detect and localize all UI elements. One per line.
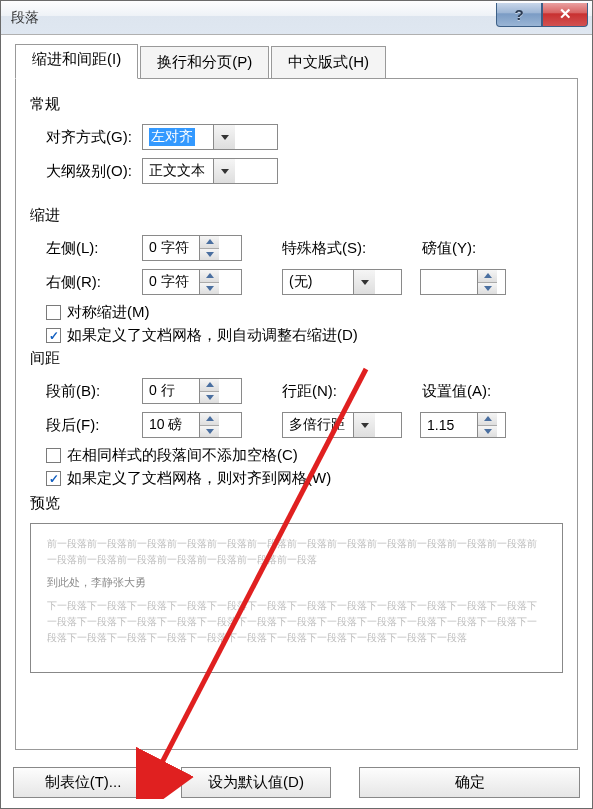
dialog-body: 缩进和间距(I) 换行和分页(P) 中文版式(H) 常规 对齐方式(G): 左对… <box>1 35 592 808</box>
at-spinner[interactable]: 1.15 <box>420 412 506 438</box>
chevron-down-icon <box>484 286 492 291</box>
checkbox-box <box>46 305 61 320</box>
chevron-down-icon <box>206 429 214 434</box>
spin-up-button[interactable] <box>200 379 219 391</box>
chevron-up-icon <box>206 416 214 421</box>
chevron-up-icon <box>206 239 214 244</box>
special-value: (无) <box>283 270 353 294</box>
before-spinner[interactable]: 0 行 <box>142 378 242 404</box>
no-space-same-style-checkbox[interactable]: 在相同样式的段落间不添加空格(C) <box>46 446 563 465</box>
by-spinner[interactable] <box>420 269 506 295</box>
checkbox-box: ✓ <box>46 328 61 343</box>
after-value: 10 磅 <box>143 413 199 437</box>
right-indent-spinner[interactable]: 0 字符 <box>142 269 242 295</box>
chevron-down-icon <box>361 280 369 285</box>
chevron-up-icon <box>206 382 214 387</box>
dropdown-button[interactable] <box>353 270 375 294</box>
button-label: 设为默认值(D) <box>208 773 304 790</box>
chevron-up-icon <box>484 273 492 278</box>
chevron-down-icon <box>206 252 214 257</box>
checkbox-label: 在相同样式的段落间不添加空格(C) <box>67 446 298 465</box>
close-icon: ✕ <box>559 5 572 23</box>
at-label: 设置值(A): <box>422 382 491 401</box>
after-label: 段后(F): <box>30 416 142 435</box>
help-button[interactable]: ? <box>496 3 542 27</box>
paragraph-dialog: 段落 ? ✕ 缩进和间距(I) 换行和分页(P) 中文版式(H) 常规 对齐方式… <box>0 0 593 809</box>
chevron-down-icon <box>206 286 214 291</box>
chevron-down-icon <box>484 429 492 434</box>
spin-up-button[interactable] <box>478 270 497 282</box>
tab-label: 中文版式(H) <box>288 53 369 70</box>
chevron-down-icon <box>221 135 229 140</box>
tab-pagination[interactable]: 换行和分页(P) <box>140 46 269 79</box>
line-spacing-combo[interactable]: 多倍行距 <box>282 412 402 438</box>
dropdown-button[interactable] <box>213 159 235 183</box>
spin-down-button[interactable] <box>200 248 219 261</box>
chevron-down-icon <box>206 395 214 400</box>
spin-down-button[interactable] <box>478 425 497 438</box>
outline-label: 大纲级别(O): <box>30 162 142 181</box>
alignment-value: 左对齐 <box>143 125 213 149</box>
spin-down-button[interactable] <box>200 282 219 295</box>
chevron-down-icon <box>221 169 229 174</box>
tab-asian-typography[interactable]: 中文版式(H) <box>271 46 386 79</box>
dialog-title: 段落 <box>1 9 496 27</box>
special-combo[interactable]: (无) <box>282 269 402 295</box>
preview-filler-after: 下一段落下一段落下一段落下一段落下一段落下一段落下一段落下一段落下一段落下一段落… <box>47 598 546 646</box>
by-value <box>421 270 477 294</box>
tab-label: 缩进和间距(I) <box>32 50 121 67</box>
spin-up-button[interactable] <box>200 413 219 425</box>
auto-adjust-right-checkbox[interactable]: ✓ 如果定义了文档网格，则自动调整右缩进(D) <box>46 326 563 345</box>
left-indent-spinner[interactable]: 0 字符 <box>142 235 242 261</box>
chevron-down-icon <box>361 423 369 428</box>
right-indent-label: 右侧(R): <box>30 273 142 292</box>
help-icon: ? <box>514 6 523 23</box>
ok-button[interactable]: 确定 <box>359 767 580 798</box>
tab-page: 常规 对齐方式(G): 左对齐 大纲级别(O): 正文文本 缩进 左侧(L): <box>15 78 578 750</box>
right-indent-value: 0 字符 <box>143 270 199 294</box>
section-indent-title: 缩进 <box>30 206 563 225</box>
set-default-button[interactable]: 设为默认值(D) <box>181 767 331 798</box>
mirror-indent-checkbox[interactable]: 对称缩进(M) <box>46 303 563 322</box>
close-button[interactable]: ✕ <box>542 3 588 27</box>
checkbox-label: 如果定义了文档网格，则对齐到网格(W) <box>67 469 331 488</box>
before-label: 段前(B): <box>30 382 142 401</box>
after-spinner[interactable]: 10 磅 <box>142 412 242 438</box>
button-label: 制表位(T)... <box>45 773 122 790</box>
checkbox-label: 如果定义了文档网格，则自动调整右缩进(D) <box>67 326 358 345</box>
snap-to-grid-checkbox[interactable]: ✓ 如果定义了文档网格，则对齐到网格(W) <box>46 469 563 488</box>
section-general-title: 常规 <box>30 95 563 114</box>
tab-label: 换行和分页(P) <box>157 53 252 70</box>
tabs-button[interactable]: 制表位(T)... <box>13 767 153 798</box>
spinner-buttons <box>199 236 219 260</box>
spin-up-button[interactable] <box>478 413 497 425</box>
title-bar: 段落 ? ✕ <box>1 1 592 35</box>
line-spacing-value: 多倍行距 <box>283 413 353 437</box>
spin-up-button[interactable] <box>200 270 219 282</box>
alignment-label: 对齐方式(G): <box>30 128 142 147</box>
checkbox-label: 对称缩进(M) <box>67 303 150 322</box>
by-label: 磅值(Y): <box>422 239 476 258</box>
spin-down-button[interactable] <box>200 425 219 438</box>
line-spacing-label: 行距(N): <box>282 382 422 401</box>
special-label: 特殊格式(S): <box>282 239 422 258</box>
tab-indent-spacing[interactable]: 缩进和间距(I) <box>15 44 138 79</box>
before-value: 0 行 <box>143 379 199 403</box>
button-row: 制表位(T)... 设为默认值(D) 确定 <box>1 757 592 808</box>
at-value: 1.15 <box>421 413 477 437</box>
outline-value: 正文文本 <box>143 159 213 183</box>
spinner-buttons <box>199 270 219 294</box>
spin-up-button[interactable] <box>200 236 219 248</box>
dropdown-button[interactable] <box>213 125 235 149</box>
chevron-up-icon <box>484 416 492 421</box>
tab-strip: 缩进和间距(I) 换行和分页(P) 中文版式(H) <box>15 46 578 79</box>
checkbox-box: ✓ <box>46 471 61 486</box>
spinner-buttons <box>477 270 497 294</box>
outline-combo[interactable]: 正文文本 <box>142 158 278 184</box>
alignment-combo[interactable]: 左对齐 <box>142 124 278 150</box>
spin-down-button[interactable] <box>200 391 219 404</box>
preview-box: 前一段落前一段落前一段落前一段落前一段落前一段落前一段落前一段落前一段落前一段落… <box>30 523 563 673</box>
dropdown-button[interactable] <box>353 413 375 437</box>
left-indent-label: 左侧(L): <box>30 239 142 258</box>
spin-down-button[interactable] <box>478 282 497 295</box>
